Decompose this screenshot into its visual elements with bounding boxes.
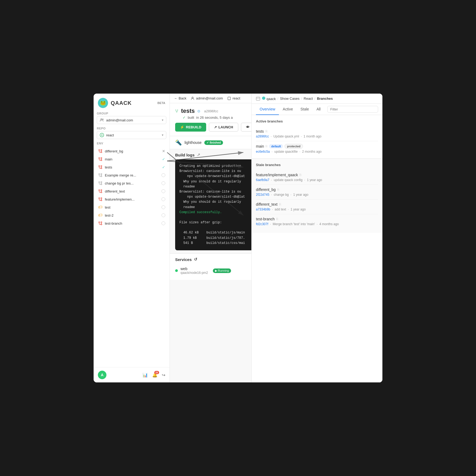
copy-icon[interactable]: ⎘ (300, 173, 301, 177)
svg-point-5 (101, 152, 102, 153)
build-status-label: built (188, 116, 194, 120)
repo-dropdown[interactable]: react ▾ (97, 131, 166, 139)
branch-item-sub: a2896fcc · Update qaack.yml · 1 month ag… (256, 135, 378, 138)
branches-tabs: Overview Active Stale All (252, 104, 382, 115)
service-sub: qaack/node16-pm2 (181, 271, 208, 275)
nav-item-label: tests (105, 165, 160, 169)
svg-point-36 (192, 97, 193, 98)
breadcrumb-show-cases[interactable]: Show Cases (280, 97, 300, 101)
rebuild-icon: ⚡ (180, 125, 184, 129)
svg-point-21 (101, 184, 102, 185)
nav-item-radio-icon (162, 189, 165, 193)
svg-point-32 (99, 222, 100, 223)
breadcrumb-sep3: / (314, 97, 316, 101)
external-link-icon[interactable]: ↗ (197, 152, 200, 157)
sidebar-item-test-tag[interactable]: 🏷 test (94, 203, 170, 211)
lighthouse-name: lighthouse (185, 140, 202, 145)
tab-active[interactable]: Active (279, 104, 297, 115)
branch-name-different-text: different_text (256, 202, 278, 206)
tab-overview[interactable]: Overview (256, 104, 279, 115)
branch-item-sub: fd2c307f · Merge branch 'test' into 'mai… (256, 222, 378, 226)
breadcrumb-react[interactable]: React (304, 97, 313, 101)
group-icon (100, 118, 104, 122)
build-time: in 26 seconds, 5 days a (196, 116, 233, 120)
commit-link[interactable]: 2f22d745 (256, 193, 269, 197)
refresh-icon[interactable]: ↺ (194, 257, 197, 262)
breadcrumb-sep2: / (301, 97, 302, 101)
branch-item-sub: 2f22d745 · change bg · 1 year ago (256, 193, 378, 197)
notifications-icon[interactable]: 🔔 25 (152, 373, 158, 378)
lighthouse-status: ✓ finished (204, 140, 223, 145)
build-commit-hash: a2896fcc (204, 109, 218, 113)
svg-rect-37 (228, 97, 231, 100)
breadcrumb-sep: / (277, 97, 278, 101)
copy-icon[interactable]: ⎘ (279, 202, 281, 206)
rebuild-button[interactable]: ⚡ REBUILD (175, 123, 206, 132)
nav-item-label: feature/implemen... (105, 197, 159, 201)
branch-name-test-branch: test-branch (256, 217, 275, 221)
copy-icon[interactable]: ⎘ (266, 144, 267, 148)
svg-point-12 (99, 166, 100, 167)
nav-item-check-icon: ✓ (162, 157, 165, 161)
branch-icon (98, 221, 103, 226)
sidebar-item-change-bg[interactable]: change bg pr tes... (94, 179, 170, 187)
branch-item-top: feature/implement_qaack ⎘ (256, 173, 378, 177)
branch-gray-icon (98, 173, 103, 178)
filter-input[interactable] (327, 106, 378, 113)
tab-all[interactable]: All (313, 104, 324, 115)
env-section-label: Env (94, 140, 170, 146)
copy-icon[interactable]: ⎘ (277, 188, 279, 191)
branch-name-main: main (256, 144, 264, 148)
sidebar-item-tests[interactable]: tests ✓ (94, 163, 170, 171)
commit-link[interactable]: a7334b9b (256, 208, 270, 211)
branch-item-top: different_bg ⎘ (256, 187, 378, 192)
copy-icon[interactable]: ⎘ (266, 129, 267, 133)
back-label: Back (179, 96, 186, 100)
commit-link[interactable]: a2896fcc (256, 135, 269, 138)
nav-item-radio-icon (162, 221, 165, 225)
nav-item-check-icon: ✓ (162, 165, 165, 169)
svg-point-33 (101, 224, 102, 225)
svg-point-26 (101, 190, 102, 191)
sidebar-item-test2-tag[interactable]: 🏷 test-2 (94, 211, 170, 219)
sidebar-item-different-text[interactable]: different_text (94, 187, 170, 195)
breadcrumb-qaack[interactable]: qaack (262, 96, 276, 101)
sidebar-item-main[interactable]: main ✓ (94, 155, 170, 163)
sidebar-item-feature[interactable]: feature/implemen... (94, 195, 170, 203)
build-check-icon: ✓ (183, 116, 186, 120)
tab-stale[interactable]: Stale (297, 104, 313, 115)
nav-item-label: test-2 (105, 213, 159, 217)
commit-link[interactable]: fd2c307f (256, 222, 268, 226)
nav-item-label: test (105, 205, 159, 209)
svg-point-24 (99, 190, 100, 191)
app-logo-icon: 🐸 (98, 98, 108, 108)
launch-button[interactable]: ↗ LAUNCH (209, 123, 238, 132)
notification-badge: 25 (154, 371, 159, 374)
branch-item-top: main ⎘ default protected (256, 144, 378, 149)
branch-item-sub: 6aefb9a7 · update qaack config · 1 year … (256, 178, 378, 182)
svg-point-3 (101, 135, 102, 136)
commit-link[interactable]: ec6e6c5a (256, 150, 270, 153)
svg-point-18 (101, 174, 102, 175)
copy-icon[interactable]: ⎘ (276, 217, 278, 221)
branches-body: Active branches tests ⎘ a2896fcc · Updat… (252, 115, 382, 382)
protected-badge: protected (285, 144, 303, 149)
stale-branches-title: Stale branches (256, 163, 378, 167)
svg-point-20 (99, 182, 100, 183)
sidebar-item-different-bg[interactable]: different_bg ✕ (94, 147, 170, 155)
back-button[interactable]: ← Back (174, 96, 186, 100)
default-badge: default (269, 144, 283, 148)
sidebar-item-example-merge[interactable]: Example merge re... (94, 171, 170, 179)
repo-icon (100, 133, 104, 137)
branch-name-different-bg: different_bg (256, 187, 276, 192)
sidebar-item-test-branch[interactable]: test-branch (94, 219, 170, 227)
branch-item-feature-implement: feature/implement_qaack ⎘ 6aefb9a7 · upd… (256, 170, 378, 185)
commit-link[interactable]: 6aefb9a7 (256, 178, 269, 182)
nav-item-radio-icon (162, 181, 165, 185)
logout-icon[interactable]: ↪ (162, 373, 165, 378)
stats-icon[interactable]: 📊 (143, 373, 148, 378)
svg-point-40 (262, 97, 265, 100)
group-dropdown[interactable]: admin@mail.com ▾ (97, 116, 166, 124)
nav-item-x-icon: ✕ (162, 149, 165, 153)
svg-point-16 (99, 174, 100, 175)
